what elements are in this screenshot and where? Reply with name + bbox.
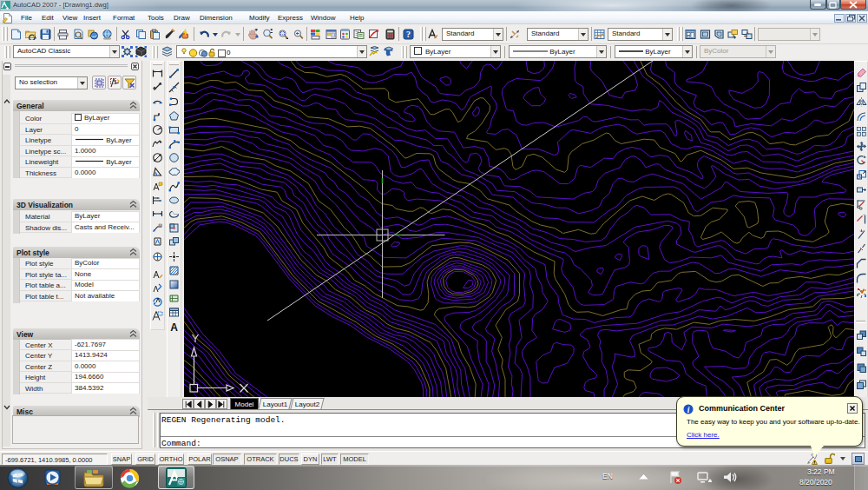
svg-text:i: i bbox=[687, 406, 690, 414]
svg-text:?: ? bbox=[406, 30, 411, 39]
svg-text:A: A bbox=[170, 321, 178, 333]
